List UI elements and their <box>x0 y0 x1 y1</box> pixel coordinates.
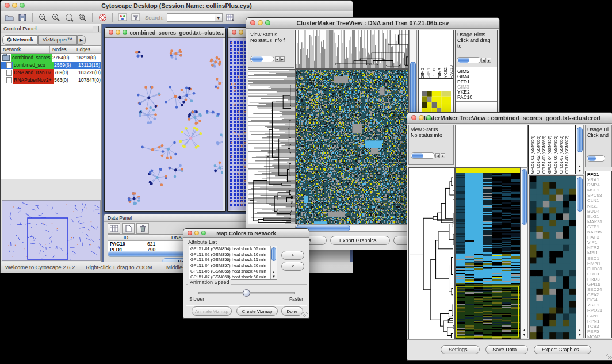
network-name[interactable]: RNAPuberNov2+ <box>13 76 54 84</box>
row-dendrogram[interactable] <box>408 167 455 339</box>
titlebar[interactable]: Cytoscape Desktop (Session Name: collins… <box>1 1 353 12</box>
table-row[interactable]: RNAPuberNov2+563(0)107847(0) <box>1 76 101 84</box>
list-item[interactable]: MSI1 <box>587 250 611 255</box>
list-item[interactable]: ELG1 <box>587 214 611 219</box>
list-item[interactable]: SEC24 <box>587 287 611 292</box>
titlebar[interactable]: ClusterMaker TreeView : DNA and Tran 07-… <box>246 18 499 29</box>
minimize-icon[interactable] <box>239 30 243 35</box>
zoom-out-button[interactable] <box>37 13 48 22</box>
column-label[interactable]: PAC10 <box>449 65 453 78</box>
close-icon[interactable] <box>232 30 236 35</box>
scroll-left-icon[interactable]: ◀ <box>435 153 440 158</box>
close-icon[interactable] <box>5 3 10 8</box>
network-name[interactable]: combined_sco <box>13 62 54 69</box>
list-item[interactable]: PAC10 <box>457 95 497 100</box>
move-up-button[interactable]: ∧ <box>281 251 304 260</box>
create-vizmap-button[interactable]: Create Vizmap <box>236 306 278 316</box>
traffic-lights[interactable] <box>188 231 206 235</box>
float-panel-icon[interactable] <box>93 26 99 32</box>
list-item[interactable]: PEP5 <box>587 329 611 334</box>
list-item[interactable]: GPL51-04 (GSM857) heat shock 20 min <box>189 263 271 269</box>
traffic-lights[interactable] <box>109 30 127 35</box>
list-item[interactable]: RPO21 <box>587 308 611 313</box>
network-name[interactable]: combined_scores <box>11 54 52 62</box>
status-scrollbar[interactable]: ◀▶ <box>411 152 445 159</box>
zoom-window-icon[interactable] <box>426 115 431 120</box>
zoom-selected-button[interactable] <box>64 13 74 22</box>
attribute-list[interactable]: GPL51-01 (GSM854) heat shock 05 minGPL51… <box>189 246 277 280</box>
list-item[interactable]: CPA2 <box>587 292 611 297</box>
zoom-window-icon[interactable] <box>201 231 206 235</box>
scroll-down-icon[interactable]: ▼ <box>576 169 583 173</box>
network-overview-thumbnail[interactable] <box>2 200 101 261</box>
settings-button[interactable]: Settings... <box>441 345 480 354</box>
scroll-up-icon[interactable]: ▲ <box>576 328 583 332</box>
done-button[interactable]: Done <box>281 306 303 316</box>
tab-vizmapper[interactable]: VizMapper™ <box>38 35 77 45</box>
list-item[interactable]: KAP95 <box>587 229 611 235</box>
new-attribute-icon[interactable] <box>122 223 135 234</box>
table-row[interactable]: DNA and Tran 07769(0)183728(0) <box>1 69 101 76</box>
scroll-up-icon[interactable]: ▲ <box>576 164 583 168</box>
scrollbar-thumb[interactable] <box>271 247 276 261</box>
zoom-window-icon[interactable] <box>265 20 270 25</box>
status-scrollbar[interactable]: ◀▶ <box>250 56 285 62</box>
horizontal-scrollbar[interactable] <box>295 224 409 232</box>
heatmap-global-view[interactable] <box>455 167 521 339</box>
minimize-icon[interactable] <box>419 115 424 120</box>
minimize-icon[interactable] <box>116 30 120 35</box>
close-icon[interactable] <box>109 30 113 35</box>
search-field[interactable]: ▼ <box>167 13 223 22</box>
scrollbar-thumb[interactable] <box>577 177 583 212</box>
scroll-left-icon[interactable]: ◀ <box>481 58 486 63</box>
list-item[interactable]: GPL51-01 (GSM854) heat shock 05 min <box>189 246 271 252</box>
traffic-lights[interactable] <box>250 20 270 25</box>
vertical-scrollbar[interactable]: ▲ ▼ <box>270 246 277 279</box>
column-labels[interactable]: GIM5GIM4PFD1GIM3YKE2PAC10 <box>419 30 453 79</box>
list-item[interactable]: SPC98 <box>587 193 611 198</box>
column-dendrogram[interactable] <box>295 30 409 69</box>
column-label[interactable]: GPL51-02 (GSM855) <box>536 136 541 174</box>
scroll-up-icon[interactable]: ▲ <box>271 270 277 274</box>
list-item[interactable]: PFD1 <box>587 172 611 177</box>
minimize-icon[interactable] <box>12 3 17 8</box>
list-item[interactable]: GPL51-03 (GSM856) heat shock 15 min <box>189 257 271 263</box>
list-item[interactable]: HMG1 <box>587 261 611 266</box>
list-item[interactable]: CLN1 <box>587 198 611 203</box>
scroll-down-icon[interactable]: ▼ <box>521 333 527 337</box>
column-label[interactable]: GPL51-07 (GSM868) <box>559 136 564 174</box>
list-item[interactable]: PHO81 <box>587 266 611 271</box>
animation-speed-slider[interactable] <box>198 292 295 294</box>
zoom-in-button[interactable] <box>51 13 61 22</box>
list-item[interactable]: PUF3 <box>587 271 611 277</box>
zoom-fit-button[interactable] <box>77 13 87 22</box>
vizmap-nodes-button[interactable] <box>117 13 128 22</box>
traffic-lights[interactable] <box>411 115 431 120</box>
list-item[interactable]: RPN1 <box>587 319 611 324</box>
import-table-button[interactable] <box>225 13 236 22</box>
list-item[interactable]: YSH1 <box>587 302 611 308</box>
list-item[interactable]: TCB3 <box>587 324 611 329</box>
close-icon[interactable] <box>411 115 416 120</box>
table-row[interactable]: combined_scores2764(0)16218(0) <box>1 54 101 62</box>
scroll-right-icon[interactable]: ▶ <box>441 153 445 158</box>
scroll-right-icon[interactable]: ▶ <box>280 56 285 62</box>
column-label[interactable]: GPL51-06 (GSM865) <box>553 136 559 174</box>
hints-scrollbar[interactable] <box>587 155 605 162</box>
column-label[interactable]: GPL51-01 (GSM854) <box>530 136 536 174</box>
save-button[interactable] <box>17 13 28 22</box>
resize-grip[interactable] <box>606 354 612 359</box>
help-lifering-icon[interactable] <box>97 13 108 22</box>
titlebar[interactable]: ClusterMaker TreeView : combined_scores_… <box>407 113 612 124</box>
export-graphics-button[interactable]: Export Graphics... <box>534 345 591 354</box>
scroll-right-icon[interactable]: ▶ <box>487 58 491 63</box>
list-item[interactable]: RNR4 <box>587 182 611 187</box>
list-item[interactable]: MON2 <box>587 334 611 338</box>
filter-button[interactable] <box>131 13 141 22</box>
list-item[interactable]: NIS1 <box>587 204 611 209</box>
column-label[interactable]: GPL51-04 (GSM857) <box>547 136 553 174</box>
save-data-button[interactable]: Save Data... <box>485 345 528 354</box>
list-item[interactable]: HRD3 <box>587 277 611 282</box>
tab-network[interactable]: ⌬ Network <box>2 35 38 45</box>
network-name[interactable]: DNA and Tran 07 <box>13 69 54 76</box>
